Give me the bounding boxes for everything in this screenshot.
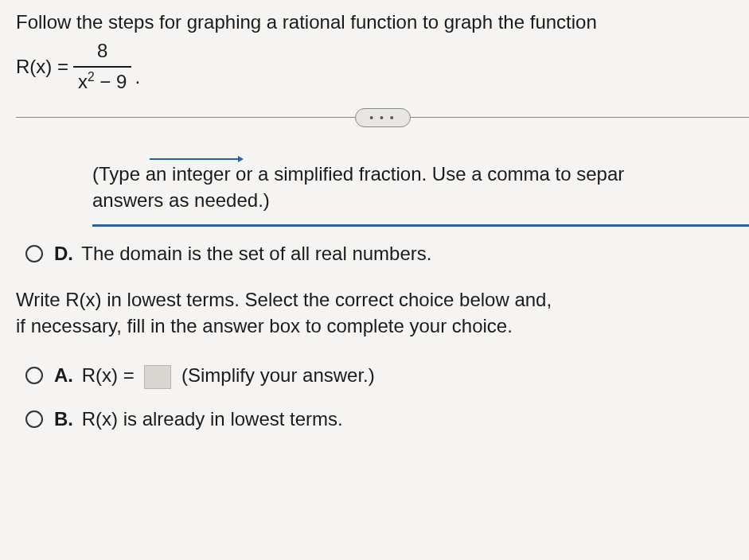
- function-label: R(x) =: [16, 54, 68, 80]
- option-a-prefix: R(x) =: [82, 364, 135, 386]
- numerator: 8: [92, 38, 112, 65]
- fraction: 8 x2 − 9: [73, 38, 131, 95]
- function-definition: R(x) = 8 x2 − 9 .: [16, 38, 749, 95]
- radio-icon[interactable]: [25, 367, 43, 384]
- denominator: x2 − 9: [73, 66, 131, 95]
- radio-icon[interactable]: [25, 410, 43, 428]
- radio-icon[interactable]: [25, 245, 43, 262]
- expand-button[interactable]: • • •: [355, 108, 411, 127]
- hint-line-2: answers as needed.): [92, 188, 749, 213]
- lowest-terms-prompt: Write R(x) in lowest terms. Select the c…: [16, 287, 741, 339]
- answer-input-box[interactable]: [144, 365, 171, 389]
- option-b-row[interactable]: B. R(x) is already in lowest terms.: [25, 406, 749, 432]
- option-d-row[interactable]: D. The domain is the set of all real num…: [25, 241, 749, 266]
- section-divider: • • •: [16, 117, 749, 119]
- hint-box: (Type an integer or a simplified fractio…: [92, 146, 749, 227]
- option-b-letter: B.: [54, 408, 73, 430]
- underline-arrow-icon: [150, 152, 244, 160]
- prompt-line-1: Write R(x) in lowest terms. Select the c…: [16, 287, 741, 313]
- period: .: [135, 64, 140, 90]
- den-base: x: [78, 71, 88, 92]
- option-a-suffix: (Simplify your answer.): [181, 364, 375, 386]
- problem-intro: Follow the steps for graphing a rational…: [16, 10, 749, 35]
- option-a-row[interactable]: A. R(x) = (Simplify your answer.): [25, 363, 749, 389]
- option-b-text: R(x) is already in lowest terms.: [82, 408, 343, 430]
- den-rest: − 9: [95, 71, 127, 92]
- prompt-line-2: if necessary, fill in the answer box to …: [16, 313, 741, 339]
- option-a-letter: A.: [54, 364, 73, 386]
- den-exponent: 2: [88, 70, 95, 84]
- hint-line-1: (Type an integer or a simplified fractio…: [92, 161, 749, 187]
- option-d-text: The domain is the set of all real number…: [81, 243, 431, 264]
- option-d-letter: D.: [54, 243, 73, 264]
